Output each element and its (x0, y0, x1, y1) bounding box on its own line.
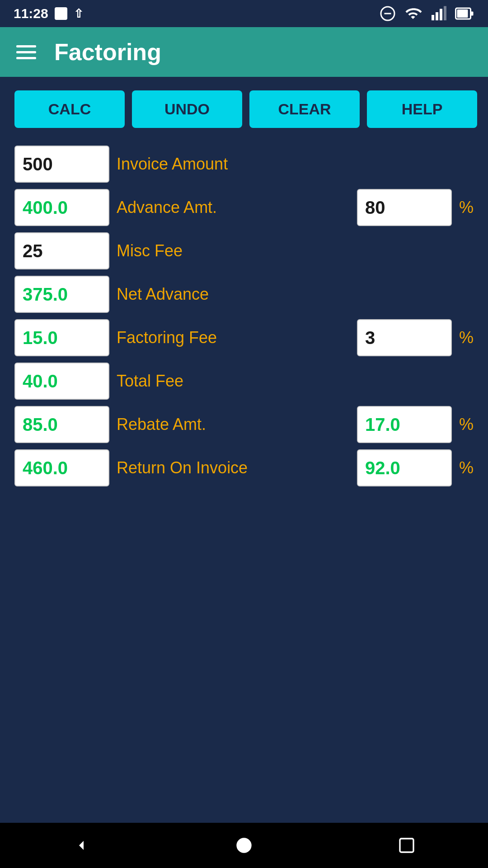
pct-rebate-amt: % (459, 415, 474, 434)
form-row-misc-fee: 25Misc Fee (14, 231, 474, 271)
notification-icon (55, 7, 67, 20)
label-factoring-fee: Factoring Fee (117, 328, 350, 347)
form-row-return-on-invoice: 460.0Return On Invoice% (14, 448, 474, 488)
form-row-rebate-amt: 85.0Rebate Amt.% (14, 405, 474, 444)
input-factoring-fee[interactable] (357, 319, 452, 356)
nav-bar (0, 823, 488, 868)
help-button[interactable]: HELP (367, 90, 477, 128)
status-bar: 11:28 ⇧ (0, 0, 488, 27)
pct-return-on-invoice: % (459, 458, 474, 477)
left-value-net-advance: 375.0 (14, 276, 109, 313)
form-row-total-fee: 40.0Total Fee (14, 361, 474, 401)
left-value-misc-fee: 25 (14, 232, 109, 269)
label-advance-amt: Advance Amt. (117, 198, 350, 217)
input-return-on-invoice[interactable] (357, 449, 452, 486)
left-value-rebate-amt: 85.0 (14, 406, 109, 443)
svg-rect-2 (432, 15, 434, 20)
label-total-fee: Total Fee (117, 372, 474, 391)
undo-button[interactable]: UNDO (132, 90, 242, 128)
svg-point-9 (236, 838, 251, 853)
upload-icon: ⇧ (74, 7, 84, 21)
left-value-total-fee: 40.0 (14, 363, 109, 400)
recents-button[interactable] (393, 832, 420, 859)
form-area: 500Invoice Amount400.0Advance Amt.%25Mis… (11, 144, 477, 488)
calc-button[interactable]: CALC (14, 90, 125, 128)
clear-button[interactable]: CLEAR (249, 90, 360, 128)
label-net-advance: Net Advance (117, 285, 474, 304)
wifi-icon (404, 5, 422, 22)
home-button[interactable] (230, 832, 258, 859)
svg-rect-10 (400, 839, 413, 852)
dnd-icon (380, 5, 396, 22)
input-advance-amt[interactable] (357, 189, 452, 226)
svg-rect-4 (440, 9, 442, 21)
menu-button[interactable] (16, 45, 36, 59)
status-icons (380, 5, 474, 22)
pct-factoring-fee: % (459, 328, 474, 347)
left-value-invoice-amount: 500 (14, 146, 109, 183)
form-row-factoring-fee: 15.0Factoring Fee% (14, 318, 474, 358)
status-time: 11:28 (14, 6, 48, 21)
label-return-on-invoice: Return On Invoice (117, 458, 350, 477)
app-title: Factoring (54, 38, 161, 66)
svg-rect-7 (471, 12, 474, 16)
app-bar: Factoring (0, 27, 488, 77)
input-rebate-amt[interactable] (357, 406, 452, 443)
label-invoice-amount: Invoice Amount (117, 155, 474, 174)
svg-rect-3 (436, 12, 438, 20)
left-value-advance-amt: 400.0 (14, 189, 109, 226)
left-value-factoring-fee: 15.0 (14, 319, 109, 356)
battery-icon (455, 5, 474, 22)
left-value-return-on-invoice: 460.0 (14, 449, 109, 486)
action-buttons: CALC UNDO CLEAR HELP (11, 90, 477, 128)
pct-advance-amt: % (459, 198, 474, 217)
svg-rect-5 (444, 6, 446, 21)
label-misc-fee: Misc Fee (117, 241, 474, 260)
main-content: CALC UNDO CLEAR HELP 500Invoice Amount40… (0, 77, 488, 823)
form-row-invoice-amount: 500Invoice Amount (14, 144, 474, 184)
svg-rect-8 (457, 9, 468, 18)
label-rebate-amt: Rebate Amt. (117, 415, 350, 434)
form-row-advance-amt: 400.0Advance Amt.% (14, 188, 474, 227)
form-row-net-advance: 375.0Net Advance (14, 274, 474, 314)
signal-icon (430, 5, 446, 22)
back-button[interactable] (68, 832, 95, 859)
